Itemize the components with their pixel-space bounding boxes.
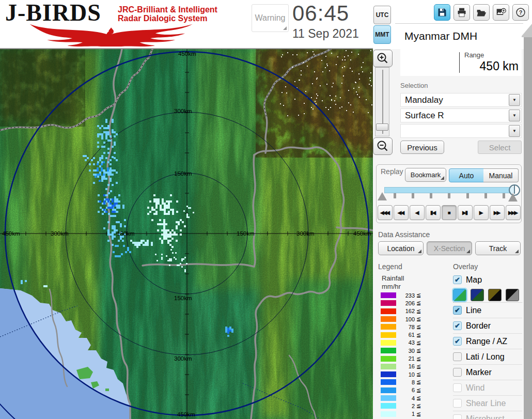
playback-forward-fast[interactable]: ▶▶▶ — [506, 205, 521, 220]
timezone-utc-button[interactable]: UTC — [373, 6, 391, 24]
legend-swatch — [381, 348, 396, 353]
selection-dropdown-1[interactable]: Surface R▼ — [400, 108, 522, 122]
legend-value: 21 — [399, 355, 415, 362]
svg-text:?: ? — [519, 9, 523, 15]
legend-swatch — [381, 387, 396, 393]
location-button[interactable]: Location — [378, 241, 424, 255]
leq-symbol: ≦ — [416, 355, 421, 362]
unchecked-checkbox[interactable] — [453, 352, 462, 361]
slider-tick — [503, 193, 505, 198]
range-box: Range 450 km — [400, 49, 522, 76]
legend-swatch — [381, 300, 396, 306]
previous-button[interactable]: Previous — [400, 141, 444, 154]
chevron-down-icon[interactable]: ▼ — [509, 110, 520, 121]
leq-symbol: ≦ — [416, 300, 421, 306]
overlay-item-wind[interactable]: Wind — [453, 380, 522, 395]
overlay-item-line[interactable]: ✔Line — [453, 302, 522, 318]
playback-rewind[interactable]: ◀◀ — [394, 205, 409, 220]
legend-swatch — [381, 332, 396, 338]
panel-edge-strip[interactable] — [524, 34, 532, 419]
overlay-item-border[interactable]: ✔Border — [453, 318, 522, 333]
playback-rewind-fast[interactable]: ◀◀◀ — [378, 205, 393, 220]
leq-symbol: ≦ — [416, 339, 421, 346]
replay-slider-track[interactable] — [384, 187, 514, 193]
legend-row: 61≦ — [381, 331, 428, 338]
checked-checkbox[interactable]: ✔ — [453, 306, 462, 315]
svg-text:300km: 300km — [174, 355, 192, 362]
auto-button[interactable]: Auto — [449, 168, 484, 182]
leq-symbol: ≦ — [416, 387, 421, 394]
playback-step-forward[interactable]: ▶▮ — [458, 205, 473, 220]
overlay-item-shearline[interactable]: Shear Line — [453, 395, 522, 411]
legend-value: 100 — [399, 316, 415, 322]
track-button[interactable]: Track — [475, 241, 521, 255]
leq-symbol: ≦ — [416, 363, 421, 370]
bookmark-button[interactable]: Bookmark — [405, 168, 446, 182]
map-zoom-slider[interactable] — [375, 67, 389, 136]
chevron-down-icon[interactable]: ▼ — [509, 94, 520, 106]
legend-value: 10 — [399, 371, 415, 378]
checked-checkbox[interactable]: ✔ — [453, 337, 462, 346]
chevron-down-icon[interactable]: ▼ — [509, 125, 520, 137]
leq-symbol: ≦ — [416, 371, 421, 378]
map-style-2[interactable] — [471, 289, 484, 301]
map-style-swatches — [453, 287, 522, 302]
selection-dropdown-0[interactable]: Mandalay▼ — [400, 93, 522, 107]
select-button[interactable]: Select — [478, 141, 522, 154]
overlay-item-microburst[interactable]: Microburst — [453, 411, 522, 419]
replay-range-end-marker[interactable] — [508, 193, 518, 201]
map-zoom-out-button[interactable] — [373, 137, 393, 155]
checked-checkbox[interactable]: ✔ — [453, 275, 462, 284]
leq-symbol: ≦ — [416, 347, 421, 354]
selection-dropdown-2[interactable]: ▼ — [400, 124, 522, 138]
data-assistance-label: Data Assistance — [378, 230, 430, 239]
radar-map[interactable]: 450km300km150km150km300km450km450km300km… — [0, 49, 373, 419]
map-style-3[interactable] — [488, 289, 502, 301]
leq-symbol: ≦ — [416, 379, 421, 385]
timezone-mmt-button[interactable]: MMT — [373, 25, 391, 44]
unchecked-checkbox[interactable] — [453, 368, 462, 377]
warning-button[interactable]: Warning — [252, 4, 289, 32]
app-logo: J-BIRDS JRC-Brilliant & Intelligent Rada… — [5, 1, 248, 48]
xsection-button[interactable]: X-Section — [427, 241, 472, 255]
playback-step-back[interactable]: ▮◀ — [426, 205, 441, 220]
checked-checkbox[interactable]: ✔ — [453, 321, 462, 330]
unchecked-checkbox[interactable] — [453, 414, 462, 419]
map-style-1[interactable] — [453, 289, 466, 301]
zoom-slider-thumb[interactable] — [376, 123, 388, 131]
replay-range-start-marker[interactable] — [378, 192, 387, 200]
leq-symbol: ≦ — [416, 323, 421, 330]
replay-slider-ticks — [394, 193, 505, 198]
playback-controls: ◀◀◀◀◀◀▮◀■▶▮▶▶▶▶▶▶ — [378, 205, 521, 220]
legend-row: 2≦ — [381, 402, 428, 410]
slider-tick — [448, 193, 450, 198]
manual-button[interactable]: Manual — [483, 168, 519, 182]
overlay-item-latilong[interactable]: Lati / Long — [453, 349, 522, 364]
overlay-item-label: Wind — [466, 383, 484, 393]
slider-tick — [430, 193, 432, 198]
playback-stop[interactable]: ■ — [442, 205, 457, 220]
overlay-item-marker[interactable]: Marker — [453, 364, 522, 380]
print-button[interactable] — [453, 4, 470, 21]
legend-value: 2 — [399, 403, 415, 409]
help-button[interactable]: ? — [512, 4, 529, 21]
svg-text:450km: 450km — [353, 230, 371, 237]
unchecked-checkbox[interactable] — [453, 383, 462, 392]
unchecked-checkbox[interactable] — [453, 399, 462, 408]
legend-value: 61 — [399, 332, 415, 338]
playback-play[interactable]: ▶ — [474, 205, 489, 220]
open-file-button[interactable] — [473, 4, 490, 21]
map-style-4[interactable] — [506, 289, 519, 301]
legend-row: 30≦ — [381, 347, 428, 354]
svg-text:150km: 150km — [174, 170, 192, 177]
overlay-item-rangeaz[interactable]: ✔Range / AZ — [453, 333, 522, 349]
leq-symbol: ≦ — [416, 308, 421, 315]
save-button[interactable] — [434, 4, 450, 21]
add-image-button[interactable] — [493, 4, 509, 21]
playback-play-back[interactable]: ◀ — [410, 205, 425, 220]
map-zoom-in-button[interactable] — [373, 50, 393, 67]
range-label: Range — [464, 51, 484, 59]
playback-forward[interactable]: ▶▶ — [490, 205, 505, 220]
toolbar: ? — [434, 4, 529, 21]
overlay-item-map[interactable]: ✔Map — [453, 272, 522, 287]
